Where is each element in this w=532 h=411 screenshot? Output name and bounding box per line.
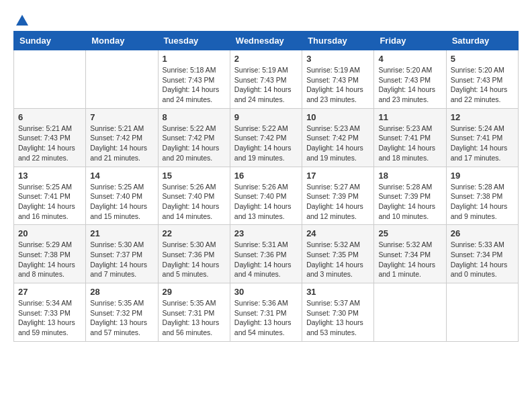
day-info: Sunrise: 5:28 AMSunset: 7:38 PMDaylight:… [451, 182, 514, 222]
day-info: Sunrise: 5:32 AMSunset: 7:34 PMDaylight:… [378, 240, 441, 279]
calendar-cell: 20 Sunrise: 5:29 AMSunset: 7:38 PMDaylig… [14, 225, 86, 283]
calendar-cell: 5 Sunrise: 5:20 AMSunset: 7:43 PMDayligh… [446, 50, 518, 109]
day-number: 15 [163, 171, 226, 181]
calendar-cell [446, 283, 518, 342]
logo [13, 13, 30, 24]
day-info: Sunrise: 5:18 AMSunset: 7:43 PMDaylight:… [163, 65, 226, 105]
calendar-cell: 16 Sunrise: 5:26 AMSunset: 7:40 PMDaylig… [230, 167, 302, 225]
day-number: 10 [306, 112, 369, 122]
day-info: Sunrise: 5:25 AMSunset: 7:40 PMDaylight:… [90, 182, 153, 222]
calendar-cell [86, 50, 158, 109]
calendar-cell: 1 Sunrise: 5:18 AMSunset: 7:43 PMDayligh… [158, 50, 230, 109]
day-header-friday: Friday [374, 32, 446, 50]
calendar-cell: 23 Sunrise: 5:31 AMSunset: 7:36 PMDaylig… [230, 225, 302, 283]
day-number: 17 [306, 171, 369, 181]
day-info: Sunrise: 5:21 AMSunset: 7:42 PMDaylight:… [90, 124, 153, 163]
day-number: 23 [234, 228, 298, 238]
day-info: Sunrise: 5:28 AMSunset: 7:39 PMDaylight:… [378, 182, 441, 222]
calendar-cell: 22 Sunrise: 5:30 AMSunset: 7:36 PMDaylig… [158, 225, 230, 283]
day-info: Sunrise: 5:20 AMSunset: 7:43 PMDaylight:… [451, 65, 514, 105]
svg-marker-0 [16, 15, 28, 26]
day-number: 30 [234, 287, 298, 297]
day-info: Sunrise: 5:33 AMSunset: 7:34 PMDaylight:… [451, 240, 514, 279]
day-header-sunday: Sunday [14, 32, 86, 50]
calendar-week-row: 27 Sunrise: 5:34 AMSunset: 7:33 PMDaylig… [14, 283, 519, 342]
day-number: 2 [234, 54, 298, 64]
day-number: 4 [378, 54, 441, 64]
day-number: 3 [306, 54, 369, 64]
day-number: 20 [18, 228, 81, 238]
calendar-cell: 25 Sunrise: 5:32 AMSunset: 7:34 PMDaylig… [374, 225, 446, 283]
day-number: 14 [90, 171, 153, 181]
day-header-saturday: Saturday [446, 32, 518, 50]
day-info: Sunrise: 5:30 AMSunset: 7:37 PMDaylight:… [90, 240, 153, 279]
day-info: Sunrise: 5:31 AMSunset: 7:36 PMDaylight:… [234, 240, 298, 279]
day-info: Sunrise: 5:19 AMSunset: 7:43 PMDaylight:… [306, 65, 369, 105]
day-number: 6 [18, 112, 81, 122]
day-info: Sunrise: 5:29 AMSunset: 7:38 PMDaylight:… [18, 240, 81, 279]
day-number: 7 [90, 112, 153, 122]
day-info: Sunrise: 5:24 AMSunset: 7:41 PMDaylight:… [451, 124, 514, 163]
day-header-tuesday: Tuesday [158, 32, 230, 50]
day-info: Sunrise: 5:25 AMSunset: 7:41 PMDaylight:… [18, 182, 81, 222]
calendar-week-row: 1 Sunrise: 5:18 AMSunset: 7:43 PMDayligh… [14, 50, 519, 109]
day-info: Sunrise: 5:26 AMSunset: 7:40 PMDaylight:… [163, 182, 226, 222]
calendar-week-row: 20 Sunrise: 5:29 AMSunset: 7:38 PMDaylig… [14, 225, 519, 283]
day-info: Sunrise: 5:27 AMSunset: 7:39 PMDaylight:… [306, 182, 369, 222]
day-header-wednesday: Wednesday [230, 32, 302, 50]
calendar-cell: 29 Sunrise: 5:35 AMSunset: 7:31 PMDaylig… [158, 283, 230, 342]
day-number: 24 [306, 228, 369, 238]
day-number: 27 [18, 287, 81, 297]
calendar-week-row: 6 Sunrise: 5:21 AMSunset: 7:43 PMDayligh… [14, 108, 519, 167]
calendar-cell: 2 Sunrise: 5:19 AMSunset: 7:43 PMDayligh… [230, 50, 302, 109]
calendar-cell: 11 Sunrise: 5:23 AMSunset: 7:41 PMDaylig… [374, 108, 446, 167]
day-number: 25 [378, 228, 441, 238]
calendar-cell: 21 Sunrise: 5:30 AMSunset: 7:37 PMDaylig… [86, 225, 158, 283]
calendar-cell: 31 Sunrise: 5:37 AMSunset: 7:30 PMDaylig… [302, 283, 374, 342]
day-info: Sunrise: 5:30 AMSunset: 7:36 PMDaylight:… [163, 240, 226, 279]
calendar-cell: 30 Sunrise: 5:36 AMSunset: 7:31 PMDaylig… [230, 283, 302, 342]
calendar-cell: 17 Sunrise: 5:27 AMSunset: 7:39 PMDaylig… [302, 167, 374, 225]
calendar-cell: 27 Sunrise: 5:34 AMSunset: 7:33 PMDaylig… [14, 283, 86, 342]
day-header-monday: Monday [86, 32, 158, 50]
calendar-cell: 13 Sunrise: 5:25 AMSunset: 7:41 PMDaylig… [14, 167, 86, 225]
calendar-cell: 14 Sunrise: 5:25 AMSunset: 7:40 PMDaylig… [86, 167, 158, 225]
day-number: 13 [18, 171, 81, 181]
day-number: 19 [451, 171, 514, 181]
day-number: 9 [234, 112, 298, 122]
calendar-cell [14, 50, 86, 109]
calendar-cell: 12 Sunrise: 5:24 AMSunset: 7:41 PMDaylig… [446, 108, 518, 167]
calendar-cell: 28 Sunrise: 5:35 AMSunset: 7:32 PMDaylig… [86, 283, 158, 342]
day-info: Sunrise: 5:26 AMSunset: 7:40 PMDaylight:… [234, 182, 298, 222]
calendar-cell [374, 283, 446, 342]
day-info: Sunrise: 5:23 AMSunset: 7:41 PMDaylight:… [378, 124, 441, 163]
calendar-cell: 19 Sunrise: 5:28 AMSunset: 7:38 PMDaylig… [446, 167, 518, 225]
calendar-cell: 15 Sunrise: 5:26 AMSunset: 7:40 PMDaylig… [158, 167, 230, 225]
day-number: 1 [163, 54, 226, 64]
page-header [13, 13, 519, 24]
day-info: Sunrise: 5:20 AMSunset: 7:43 PMDaylight:… [378, 65, 441, 105]
calendar-cell: 4 Sunrise: 5:20 AMSunset: 7:43 PMDayligh… [374, 50, 446, 109]
calendar-cell: 24 Sunrise: 5:32 AMSunset: 7:35 PMDaylig… [302, 225, 374, 283]
day-number: 29 [163, 287, 226, 297]
day-info: Sunrise: 5:35 AMSunset: 7:31 PMDaylight:… [163, 298, 226, 338]
day-info: Sunrise: 5:22 AMSunset: 7:42 PMDaylight:… [234, 124, 298, 163]
calendar-cell: 9 Sunrise: 5:22 AMSunset: 7:42 PMDayligh… [230, 108, 302, 167]
day-info: Sunrise: 5:37 AMSunset: 7:30 PMDaylight:… [306, 298, 369, 338]
day-number: 5 [451, 54, 514, 64]
calendar-header-row: SundayMondayTuesdayWednesdayThursdayFrid… [14, 32, 519, 50]
calendar-cell: 26 Sunrise: 5:33 AMSunset: 7:34 PMDaylig… [446, 225, 518, 283]
day-number: 18 [378, 171, 441, 181]
calendar-cell: 7 Sunrise: 5:21 AMSunset: 7:42 PMDayligh… [86, 108, 158, 167]
calendar-cell: 18 Sunrise: 5:28 AMSunset: 7:39 PMDaylig… [374, 167, 446, 225]
day-number: 8 [163, 112, 226, 122]
day-info: Sunrise: 5:35 AMSunset: 7:32 PMDaylight:… [90, 298, 153, 338]
day-number: 31 [306, 287, 369, 297]
day-number: 12 [451, 112, 514, 122]
day-info: Sunrise: 5:22 AMSunset: 7:42 PMDaylight:… [163, 124, 226, 163]
calendar-cell: 3 Sunrise: 5:19 AMSunset: 7:43 PMDayligh… [302, 50, 374, 109]
calendar-cell: 8 Sunrise: 5:22 AMSunset: 7:42 PMDayligh… [158, 108, 230, 167]
day-number: 21 [90, 228, 153, 238]
logo-icon [15, 13, 30, 28]
day-info: Sunrise: 5:19 AMSunset: 7:43 PMDaylight:… [234, 65, 298, 105]
